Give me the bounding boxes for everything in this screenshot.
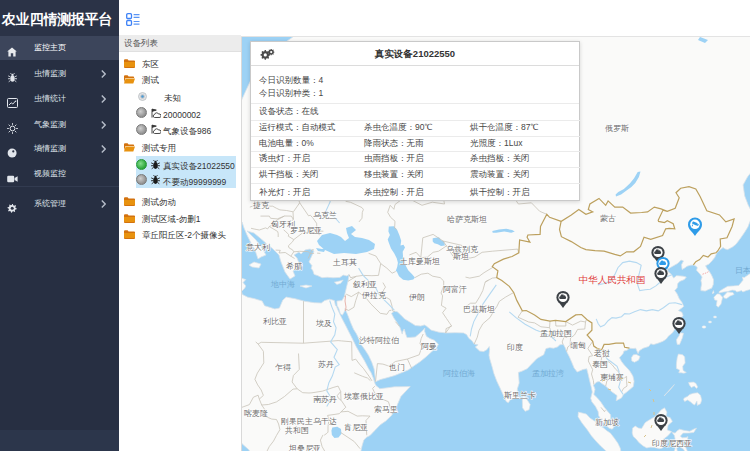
svg-text:喀麦隆: 喀麦隆 xyxy=(244,409,268,418)
svg-text:埃塞俄比亚: 埃塞俄比亚 xyxy=(343,392,384,401)
svg-text:希腊: 希腊 xyxy=(286,262,302,271)
svg-text:斯里兰卡: 斯里兰卡 xyxy=(504,391,536,400)
svg-text:俄罗斯: 俄罗斯 xyxy=(605,124,629,133)
svg-text:阿拉伯海: 阿拉伯海 xyxy=(443,369,475,378)
svg-text:也门: 也门 xyxy=(389,363,405,372)
svg-text:埃及: 埃及 xyxy=(315,319,332,328)
svg-text:蒙古: 蒙古 xyxy=(600,214,616,223)
svg-text:哈萨克斯坦: 哈萨克斯坦 xyxy=(447,215,487,224)
svg-text:苏丹: 苏丹 xyxy=(318,360,334,369)
svg-text:乌干达: 乌干达 xyxy=(313,417,337,426)
svg-text:斯坦: 斯坦 xyxy=(453,252,469,261)
svg-text:共和国: 共和国 xyxy=(285,426,309,435)
svg-text:泰国: 泰国 xyxy=(592,360,608,369)
svg-text:叙利亚: 叙利亚 xyxy=(353,280,377,289)
svg-text:乌克兰: 乌克兰 xyxy=(313,211,337,220)
svg-text:中华人民共和国: 中华人民共和国 xyxy=(579,274,646,285)
svg-text:阿富汗: 阿富汗 xyxy=(443,285,467,294)
svg-text:意大利: 意大利 xyxy=(245,243,270,252)
svg-text:伊拉克: 伊拉克 xyxy=(362,291,387,300)
svg-text:土库曼斯坦: 土库曼斯坦 xyxy=(399,257,440,266)
svg-text:印度尼西亚: 印度尼西亚 xyxy=(652,439,692,448)
svg-text:巴基斯坦: 巴基斯坦 xyxy=(463,305,495,314)
svg-text:印度: 印度 xyxy=(507,343,523,352)
svg-text:罗马尼亚: 罗马尼亚 xyxy=(290,226,322,235)
svg-text:沙特阿拉伯: 沙特阿拉伯 xyxy=(359,336,399,345)
svg-text:肯尼亚: 肯尼亚 xyxy=(344,423,368,432)
svg-text:日本海: 日本海 xyxy=(735,266,750,275)
svg-text:土耳其: 土耳其 xyxy=(332,258,357,267)
svg-text:索马里: 索马里 xyxy=(374,405,398,414)
svg-text:新加坡: 新加坡 xyxy=(595,418,619,427)
svg-text:缅甸: 缅甸 xyxy=(570,341,586,350)
svg-text:利比亚: 利比亚 xyxy=(263,317,287,326)
svg-text:伊朗: 伊朗 xyxy=(409,293,425,302)
svg-text:地中海: 地中海 xyxy=(270,280,295,289)
svg-text:阿曼: 阿曼 xyxy=(421,342,437,351)
svg-text:捷克: 捷克 xyxy=(253,201,270,210)
svg-text:刚果民主: 刚果民主 xyxy=(281,417,313,426)
svg-text:乍得: 乍得 xyxy=(275,363,291,372)
svg-text:老挝: 老挝 xyxy=(593,349,610,358)
svg-text:孟加拉国: 孟加拉国 xyxy=(540,329,572,338)
svg-text:坦桑尼亚: 坦桑尼亚 xyxy=(288,444,321,451)
svg-text:孟加拉湾: 孟加拉湾 xyxy=(532,369,564,378)
svg-text:南苏丹: 南苏丹 xyxy=(313,395,337,404)
